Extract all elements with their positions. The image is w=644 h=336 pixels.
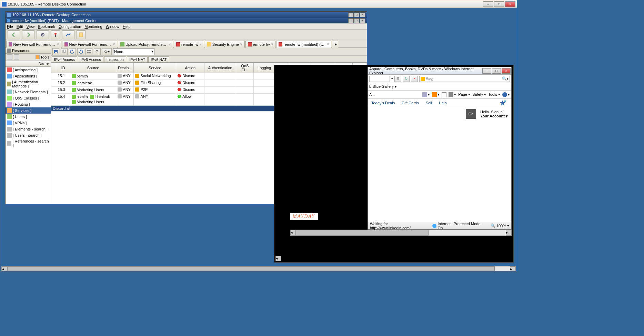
resources-item[interactable]: [ VPNs ] xyxy=(6,120,51,126)
tools-dropdown[interactable]: Tools xyxy=(36,55,49,59)
nav-sell[interactable]: Sell xyxy=(426,101,432,105)
resources-item[interactable]: [ Applications ] xyxy=(6,73,51,79)
rule-tab[interactable]: IPv4 Access xyxy=(52,56,77,62)
document-tab[interactable]: Security Engine× xyxy=(205,41,245,48)
tab-close-icon[interactable]: × xyxy=(240,42,242,46)
menu-view[interactable]: View xyxy=(27,24,35,29)
copy-button[interactable] xyxy=(61,48,68,55)
ie-refresh-button[interactable]: ↻ xyxy=(403,76,410,82)
tab-close-icon[interactable]: × xyxy=(169,42,171,46)
nav-help[interactable]: Help xyxy=(439,101,447,105)
nav-giftcards[interactable]: Gift Cards xyxy=(402,101,419,105)
column-header[interactable]: QoS Cl... xyxy=(236,63,254,73)
new-tab-button[interactable]: + xyxy=(332,41,338,48)
ie-url-field[interactable] xyxy=(369,76,390,82)
column-header[interactable]: Source xyxy=(70,63,116,73)
ie-page-menu[interactable]: Page ▾ xyxy=(458,92,470,97)
column-header[interactable]: Logging xyxy=(254,63,275,73)
resources-column-header[interactable]: Name xyxy=(6,61,51,67)
document-tab[interactable]: Upload Policy: remote-fw× xyxy=(118,41,173,48)
ie-compat-button[interactable]: ⊞ xyxy=(394,76,401,82)
inner-minimize-button[interactable]: – xyxy=(348,12,354,17)
ie-close-button[interactable]: × xyxy=(502,68,511,74)
resources-up-button[interactable] xyxy=(7,54,12,60)
resources-item[interactable]: [ Elements - search ] xyxy=(6,126,51,132)
nav-back-button[interactable] xyxy=(8,30,20,39)
tab-close-icon[interactable]: × xyxy=(200,42,202,46)
column-header[interactable]: Destin... xyxy=(116,63,134,73)
document-tab[interactable]: remote-fw (modified) (EDIT)× xyxy=(276,41,331,48)
amazon-account[interactable]: Hello. Sign in Your Account ▾ xyxy=(480,110,508,118)
ie-stop-button[interactable]: × xyxy=(411,76,418,82)
outer-minimize-button[interactable]: – xyxy=(483,1,493,7)
column-header[interactable] xyxy=(51,63,56,73)
tab-close-icon[interactable]: × xyxy=(327,42,329,46)
menu-edit[interactable]: Edit xyxy=(17,24,23,29)
column-header[interactable]: Action xyxy=(176,63,204,73)
ie-zone[interactable]: Internet | Protected Mode: On xyxy=(432,222,485,230)
resources-item[interactable]: [ Users - search ] xyxy=(6,132,51,138)
undo-button[interactable] xyxy=(69,48,76,55)
rule-tab[interactable]: Inspection xyxy=(104,56,126,62)
notes-button[interactable] xyxy=(77,30,85,39)
gear-dropdown-button[interactable]: ▾ xyxy=(102,48,112,55)
menu-window[interactable]: Window xyxy=(106,24,119,29)
resources-item[interactable]: [ Authentication Methods ] xyxy=(6,79,51,89)
app-restore-button[interactable]: □ xyxy=(354,18,360,23)
resources-item[interactable]: [ Routing ] xyxy=(6,101,51,107)
outer-close-button[interactable]: × xyxy=(505,1,515,7)
outer-scroll-left[interactable]: ◂ xyxy=(2,266,7,271)
menu-help[interactable]: Help xyxy=(123,24,131,29)
column-header[interactable]: ID xyxy=(56,63,70,73)
ie-tools-menu[interactable]: Tools ▾ xyxy=(488,92,500,97)
ie-safety-menu[interactable]: Safety ▾ xyxy=(472,92,486,97)
column-header[interactable]: Authentication xyxy=(204,63,236,73)
tab-close-icon[interactable]: × xyxy=(271,42,273,46)
rule-tab[interactable]: IPv6 NAT xyxy=(148,56,169,62)
document-tab[interactable]: New Firewall For remote test× xyxy=(6,41,61,48)
document-tab[interactable]: remote-fw× xyxy=(174,41,204,48)
resources-item[interactable]: [ References - search ] xyxy=(6,138,51,148)
resources-view-button[interactable] xyxy=(14,54,19,60)
ie-mail-button[interactable] xyxy=(442,92,446,97)
resources-item[interactable]: [ Antispoofing ] xyxy=(6,67,51,73)
tab-close-icon[interactable]: × xyxy=(57,42,59,46)
scroll-right-arrow[interactable]: ▸ xyxy=(506,230,511,235)
alert-button[interactable] xyxy=(51,30,60,39)
app-minimize-button[interactable]: – xyxy=(348,18,354,23)
ie-print-button[interactable]: ▾ xyxy=(449,92,456,97)
menu-file[interactable]: File xyxy=(7,24,13,29)
menu-configuration[interactable]: Configuration xyxy=(59,24,81,29)
amazon-go-button[interactable]: Go xyxy=(466,109,476,119)
grid-button[interactable] xyxy=(85,48,92,55)
rule-tab[interactable]: IPv6 Access xyxy=(78,56,103,62)
outer-scroll-thumb[interactable] xyxy=(7,266,495,271)
ie-scroll-left-outer[interactable]: ◂ xyxy=(275,256,281,261)
ie-minimize-button[interactable]: – xyxy=(482,68,491,74)
filter-dropdown[interactable]: None▾ xyxy=(113,48,154,55)
outer-scrollbar-h[interactable]: ◂ ▸ xyxy=(1,266,516,271)
resources-item[interactable]: [ QoS Classes ] xyxy=(6,95,51,101)
ie-maximize-button[interactable]: □ xyxy=(492,68,501,74)
nav-forward-button[interactable] xyxy=(22,30,34,39)
inner-restore-button[interactable]: □ xyxy=(354,12,360,17)
ie-home-button[interactable]: ▾ xyxy=(422,92,430,97)
document-tab[interactable]: New Firewall For remote te...× xyxy=(62,41,117,48)
ie-scrollbar-h[interactable]: ◂ ▸ xyxy=(290,230,512,236)
slice-gallery-link[interactable]: b Slice Gallery ▾ xyxy=(369,84,397,89)
ie-help-button[interactable]: ▾ xyxy=(502,92,510,97)
ie-zoom[interactable]: 🔍100%▾ xyxy=(491,223,509,228)
resources-header[interactable]: Resources xyxy=(6,48,51,54)
nav-deals[interactable]: Today's Deals xyxy=(371,101,395,105)
scroll-thumb[interactable] xyxy=(296,230,429,235)
resources-item[interactable]: [ Users ] xyxy=(6,114,51,120)
outer-scroll-right[interactable]: ▸ xyxy=(510,266,515,271)
settings-button[interactable] xyxy=(37,30,49,39)
inner-close-button[interactable]: × xyxy=(360,12,365,17)
menu-bookmark[interactable]: Bookmark xyxy=(38,24,55,29)
outer-maximize-button[interactable]: □ xyxy=(494,1,504,7)
resources-item[interactable]: [ Network Elements ] xyxy=(6,89,51,95)
chart-button[interactable] xyxy=(62,30,74,39)
document-tab[interactable]: remote-fw× xyxy=(245,41,276,48)
save-button[interactable] xyxy=(52,48,59,55)
